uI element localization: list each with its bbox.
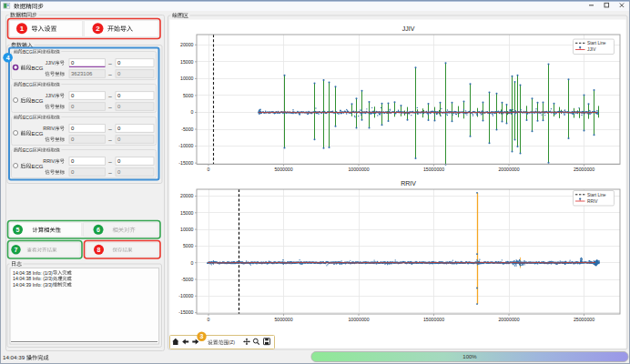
svg-text:~: ~	[108, 158, 113, 167]
svg-text:14:04:39: 14:04:39	[3, 354, 25, 360]
svg-text:ECG: ECG	[32, 164, 44, 169]
svg-text:Start Line: Start Line	[587, 193, 606, 197]
svg-text:3623106: 3623106	[71, 71, 93, 76]
svg-text:ECG: ECG	[32, 131, 44, 136]
svg-text:5000000: 5000000	[274, 317, 292, 322]
svg-text:15000: 15000	[180, 59, 194, 65]
svg-text:10000000: 10000000	[348, 167, 369, 172]
svg-text:0: 0	[191, 260, 194, 266]
svg-text:7: 7	[15, 247, 18, 253]
svg-text:15000: 15000	[180, 210, 194, 216]
svg-text:2: 2	[96, 25, 100, 33]
svg-text:15000000: 15000000	[423, 317, 444, 322]
svg-text:ECG: ECG	[23, 115, 33, 120]
svg-text:1: 1	[20, 25, 25, 33]
svg-text:BCG: BCG	[23, 49, 33, 55]
svg-text:0: 0	[191, 109, 194, 115]
svg-text:RRIV: RRIV	[43, 158, 55, 164]
svg-text:20000000: 20000000	[498, 167, 519, 172]
svg-text:8: 8	[97, 247, 101, 253]
svg-text:-10000: -10000	[178, 143, 193, 148]
svg-text:JJIV: JJIV	[402, 25, 415, 32]
svg-text:10000: 10000	[180, 227, 194, 232]
svg-text:~: ~	[108, 104, 113, 112]
svg-text:0: 0	[208, 167, 210, 172]
svg-text:~: ~	[108, 136, 113, 145]
svg-text:14:04:38 Info: (1/3): 14:04:38 Info: (1/3)	[13, 270, 53, 276]
svg-text:3: 3	[200, 333, 204, 339]
svg-text:RRIV: RRIV	[43, 126, 55, 131]
svg-text:100%: 100%	[462, 354, 477, 359]
svg-text:14:04:39 Info: (3/3): 14:04:39 Info: (3/3)	[13, 282, 53, 288]
svg-text:5000000: 5000000	[274, 167, 292, 172]
svg-text:10000000: 10000000	[348, 317, 369, 322]
svg-text:-10000: -10000	[178, 293, 193, 298]
svg-text:15000000: 15000000	[423, 167, 444, 172]
svg-text:Start Line: Start Line	[587, 41, 606, 46]
svg-text:BCG: BCG	[32, 98, 44, 104]
svg-text:ECG: ECG	[23, 147, 33, 153]
svg-text:(Z): (Z)	[229, 339, 235, 345]
svg-text:0: 0	[208, 317, 210, 322]
svg-text:~: ~	[108, 93, 113, 101]
svg-text:10000: 10000	[180, 76, 194, 81]
svg-text:JJIV: JJIV	[46, 93, 56, 98]
svg-text:25000000: 25000000	[574, 167, 594, 172]
svg-text:-15000: -15000	[178, 160, 193, 166]
svg-text:25000000: 25000000	[574, 317, 594, 322]
svg-text:5000: 5000	[183, 93, 194, 98]
svg-text:~: ~	[108, 71, 113, 79]
svg-text:JJIV: JJIV	[587, 47, 596, 52]
svg-text:-5000: -5000	[181, 126, 193, 132]
svg-text:20000000: 20000000	[498, 317, 519, 322]
svg-text:5: 5	[16, 227, 20, 233]
svg-text:20000: 20000	[180, 42, 194, 47]
svg-text:RRIV: RRIV	[587, 199, 598, 204]
svg-text:-15000: -15000	[178, 309, 193, 315]
svg-text:~: ~	[108, 60, 113, 68]
svg-text:BCG: BCG	[32, 66, 44, 71]
svg-text:BCG: BCG	[23, 82, 33, 87]
svg-text:6: 6	[97, 227, 100, 233]
svg-text:4: 4	[6, 55, 10, 61]
svg-text:5000: 5000	[183, 243, 194, 248]
svg-text:JJIV: JJIV	[46, 60, 56, 66]
svg-text:-5000: -5000	[181, 277, 193, 282]
svg-text:~: ~	[108, 169, 113, 177]
svg-text:14:04:38 Info: (2/3): 14:04:38 Info: (2/3)	[13, 276, 53, 281]
svg-text:20000: 20000	[180, 193, 194, 198]
svg-text:~: ~	[108, 126, 113, 134]
svg-text:RRIV: RRIV	[401, 180, 416, 187]
